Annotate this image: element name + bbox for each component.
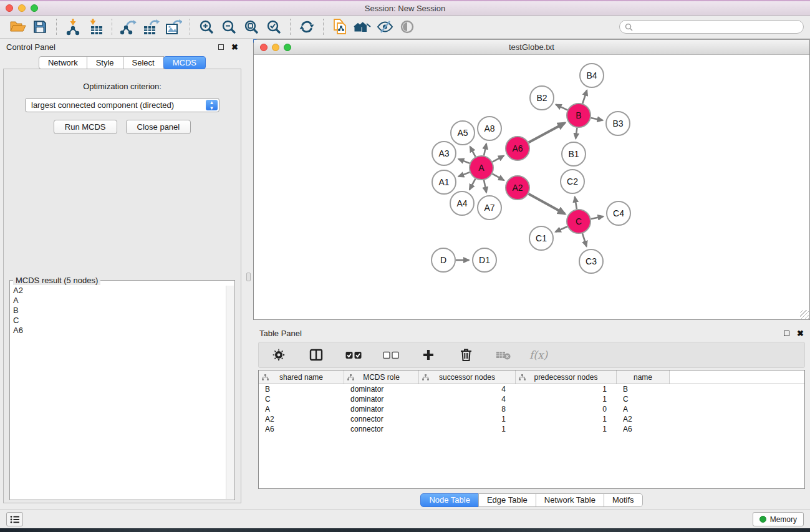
- graph-node-D1[interactable]: D1: [473, 248, 496, 272]
- task-history-button[interactable]: [6, 512, 23, 526]
- mcds-result-item[interactable]: B: [11, 306, 226, 316]
- tab-network-table[interactable]: Network Table: [536, 493, 604, 507]
- float-panel-icon[interactable]: [218, 44, 224, 50]
- graph-node-C3[interactable]: C3: [579, 249, 603, 273]
- import-table-button[interactable]: [84, 17, 107, 36]
- graph-node-B3[interactable]: B3: [606, 112, 630, 135]
- close-panel-icon[interactable]: ✖: [231, 43, 238, 51]
- save-session-button[interactable]: [29, 17, 51, 36]
- graph-node-B1[interactable]: B1: [562, 142, 586, 166]
- column-header-name[interactable]: name: [617, 370, 670, 384]
- mcds-result-item[interactable]: A: [11, 296, 226, 306]
- hide-selected-button[interactable]: [374, 17, 396, 36]
- divider-grab-handle[interactable]: [246, 273, 251, 281]
- zoom-out-button[interactable]: [218, 17, 240, 36]
- graph-edge-A-A3[interactable]: [458, 159, 470, 163]
- show-hidden-button[interactable]: [396, 17, 418, 36]
- import-network-button[interactable]: [62, 17, 84, 36]
- graph-node-A4[interactable]: A4: [450, 191, 474, 215]
- graph-node-A5[interactable]: A5: [451, 121, 475, 145]
- graph-node-A3[interactable]: A3: [432, 142, 456, 165]
- graph-node-A7[interactable]: A7: [478, 196, 501, 220]
- graph-edge-C-C4[interactable]: [591, 216, 604, 219]
- graph-edge-A-A7[interactable]: [484, 180, 486, 193]
- graph-edge-B-B4[interactable]: [582, 90, 587, 104]
- tab-style[interactable]: Style: [87, 56, 123, 69]
- show-all-button[interactable]: [351, 17, 374, 36]
- zoom-in-button[interactable]: [195, 17, 218, 36]
- zoom-selected-button[interactable]: [263, 17, 285, 36]
- graph-node-C1[interactable]: C1: [529, 226, 553, 250]
- graph-edge-C-C3[interactable]: [582, 233, 587, 246]
- refresh-button[interactable]: [296, 17, 318, 36]
- select-all-columns-button[interactable]: [342, 346, 365, 364]
- graph-node-A2[interactable]: A2: [506, 176, 529, 200]
- graph-node-B[interactable]: B: [567, 104, 591, 127]
- result-scrollbar[interactable]: [226, 286, 234, 499]
- window-resize-grip[interactable]: [800, 310, 809, 319]
- graph-node-B2[interactable]: B2: [530, 86, 554, 110]
- close-panel-button[interactable]: Close panel: [126, 120, 191, 134]
- graph-edge-A-A8[interactable]: [484, 143, 486, 155]
- panel-divider[interactable]: [244, 39, 253, 510]
- deselect-all-columns-button[interactable]: [380, 346, 402, 364]
- zoom-fit-button[interactable]: [240, 17, 263, 36]
- table-row[interactable]: Bdominator41B: [259, 384, 804, 394]
- table-row[interactable]: Adominator80A: [259, 404, 804, 414]
- column-header-predecessor-nodes[interactable]: predecessor nodes: [516, 370, 617, 384]
- graph-edge-B-B2[interactable]: [556, 105, 567, 110]
- export-network-button[interactable]: [117, 17, 140, 36]
- export-table-button[interactable]: [140, 17, 162, 36]
- graph-edge-B-B3[interactable]: [591, 118, 603, 120]
- memory-button[interactable]: Memory: [753, 512, 804, 526]
- export-image-button[interactable]: [162, 17, 185, 36]
- graph-node-A1[interactable]: A1: [432, 170, 456, 194]
- graph-edge-A-A1[interactable]: [458, 172, 470, 177]
- delete-column-button[interactable]: [455, 346, 477, 364]
- criterion-select[interactable]: largest connected component (directed) ▲…: [25, 98, 219, 112]
- network-canvas[interactable]: B4B2BB3A5A8A6A3AB1A1C2A2A4A7CC4C1C3DD1: [254, 55, 809, 319]
- run-mcds-button[interactable]: Run MCDS: [54, 120, 117, 134]
- graph-node-A[interactable]: A: [470, 156, 493, 180]
- table-row[interactable]: Cdominator41C: [259, 394, 804, 404]
- tab-select[interactable]: Select: [123, 56, 164, 69]
- column-header-shared-name[interactable]: shared name: [259, 370, 344, 384]
- close-table-panel-icon[interactable]: ✖: [797, 329, 804, 337]
- column-header-mcds-role[interactable]: MCDS role: [344, 370, 419, 384]
- tab-edge-table[interactable]: Edge Table: [478, 493, 536, 507]
- graph-edge-A-A4[interactable]: [470, 179, 476, 190]
- graph-node-A8[interactable]: A8: [478, 117, 501, 140]
- create-column-button[interactable]: [417, 346, 440, 364]
- graph-edge-A-A5[interactable]: [470, 147, 476, 157]
- graph-node-C[interactable]: C: [567, 210, 591, 233]
- mcds-result-item[interactable]: A2: [11, 286, 226, 296]
- function-builder-button[interactable]: f(x): [529, 349, 547, 361]
- network-graph[interactable]: B4B2BB3A5A8A6A3AB1A1C2A2A4A7CC4C1C3DD1: [254, 55, 809, 319]
- column-header-successor-nodes[interactable]: successor nodes: [419, 370, 516, 384]
- mcds-result-item[interactable]: C: [11, 316, 226, 326]
- tab-network[interactable]: Network: [39, 56, 87, 69]
- tab-motifs[interactable]: Motifs: [604, 493, 643, 507]
- search-input[interactable]: [633, 22, 798, 31]
- open-session-button[interactable]: [6, 17, 29, 36]
- graph-edge-A2-C[interactable]: [529, 194, 566, 214]
- mcds-result-item[interactable]: A6: [11, 326, 226, 336]
- float-table-panel-icon[interactable]: [784, 331, 789, 336]
- graph-edge-C-C1[interactable]: [556, 226, 567, 232]
- graph-node-D[interactable]: D: [432, 248, 455, 272]
- graph-node-C2[interactable]: C2: [561, 170, 584, 193]
- table-row[interactable]: A6connector11A6: [259, 424, 804, 434]
- tab-node-table[interactable]: Node Table: [420, 493, 479, 507]
- graph-node-C4[interactable]: C4: [607, 201, 630, 225]
- graph-edge-A6-B[interactable]: [529, 123, 565, 143]
- table-settings-button[interactable]: [268, 346, 290, 364]
- graph-node-A6[interactable]: A6: [506, 137, 529, 160]
- column-layout-button[interactable]: [305, 346, 327, 364]
- graph-edge-B-B1[interactable]: [576, 128, 577, 138]
- graph-edge-A-A6[interactable]: [493, 156, 504, 162]
- graph-edge-C-C2[interactable]: [575, 197, 577, 210]
- search-field[interactable]: [619, 20, 804, 34]
- tab-mcds[interactable]: MCDS: [163, 56, 206, 69]
- graph-node-B4[interactable]: B4: [580, 64, 604, 87]
- delete-table-button[interactable]: [492, 346, 514, 364]
